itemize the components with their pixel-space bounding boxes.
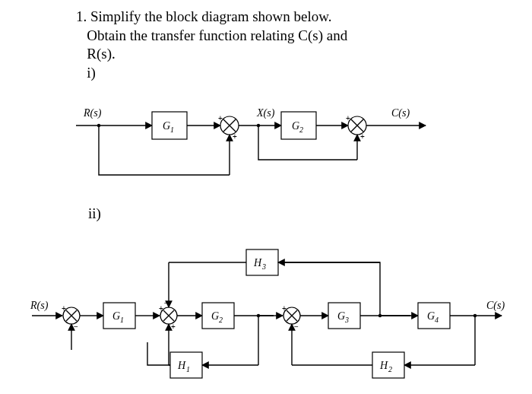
d2-G4: G xyxy=(427,310,435,322)
d2-H2: H xyxy=(379,360,388,371)
d2-H2s: 2 xyxy=(388,365,392,373)
block-G1-sub: 1 xyxy=(170,126,174,134)
part-ii-label: ii) xyxy=(88,205,101,222)
sum1-sign-left: + xyxy=(218,114,223,122)
problem-line3: R(s). xyxy=(87,46,115,62)
diagram-i: R(s) G 1 + + X(s) G 2 + + C(s) xyxy=(61,103,456,197)
d2-H3s: 3 xyxy=(261,262,266,271)
sum2-sign-left: + xyxy=(346,114,350,122)
d2-G3s: 3 xyxy=(344,316,349,324)
sum1-sign-bot: + xyxy=(233,132,237,141)
d2-G3: G xyxy=(337,310,345,322)
d2-sumB-plus2: + xyxy=(171,323,176,331)
d2-G2: G xyxy=(211,310,219,322)
d2-H3: H xyxy=(253,257,262,268)
problem-number: 1. xyxy=(76,8,87,24)
d2-sumB-plus: + xyxy=(159,304,163,313)
label-R: R(s) xyxy=(83,107,102,119)
d2-sumC-plus: + xyxy=(282,304,287,313)
problem-line1: Simplify the block diagram shown below. xyxy=(90,8,332,24)
d2-sumB-minus: − xyxy=(164,299,169,307)
label-X: X(s) xyxy=(256,107,275,119)
d2-G4s: 4 xyxy=(435,316,439,324)
d2-sumA-minus: − xyxy=(74,323,78,331)
d2-G1s: 1 xyxy=(120,316,124,324)
part-i-label: i) xyxy=(87,65,96,81)
problem-line2: Obtain the transfer function relating C(… xyxy=(87,27,347,43)
sum2-sign-bot: + xyxy=(360,132,365,141)
d2-label-C: C(s) xyxy=(486,300,505,312)
d2-G1: G xyxy=(112,310,120,322)
label-C: C(s) xyxy=(391,107,410,119)
block-G1-label: G xyxy=(163,120,170,132)
problem-statement: 1. Simplify the block diagram shown belo… xyxy=(76,8,347,83)
d2-G2s: 2 xyxy=(219,316,223,324)
block-G2-sub: 2 xyxy=(299,126,303,134)
block-G2-label: G xyxy=(292,120,299,132)
d2-H1: H xyxy=(177,360,186,371)
d2-wire-H1-left xyxy=(147,342,170,365)
d2-sumA-plus: + xyxy=(62,304,66,313)
d2-sumC-minus: − xyxy=(294,323,299,331)
d2-label-R: R(s) xyxy=(30,300,49,312)
diagram-ii: R(s) + − G 1 + + − G 2 + − G 3 G 4 C(s) … xyxy=(30,243,517,387)
d2-H1s: 1 xyxy=(186,365,190,373)
